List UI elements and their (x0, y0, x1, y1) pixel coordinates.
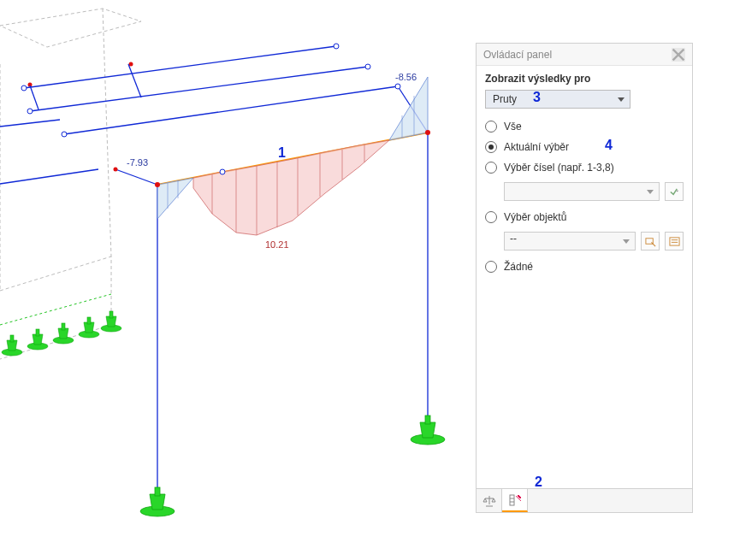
footer-tab-filter[interactable] (502, 489, 528, 512)
svg-line-13 (115, 169, 157, 185)
svg-rect-53 (110, 311, 113, 318)
control-panel: Ovládací panel Zobrazit výsledky pro Pru… (476, 43, 693, 513)
annotation-4: 4 (605, 138, 613, 153)
svg-line-8 (0, 169, 98, 184)
pick-icon (645, 236, 656, 247)
radio-numbers-label: Výběr čísel (např. 1-3,8) (504, 162, 614, 174)
svg-point-33 (334, 44, 339, 49)
radio-all-label: Vše (504, 121, 522, 133)
svg-rect-45 (10, 335, 14, 342)
radio-current-label: Aktuální výběr (504, 141, 569, 153)
svg-marker-23 (193, 140, 389, 235)
svg-marker-17 (157, 178, 193, 219)
svg-rect-47 (36, 329, 39, 336)
footer-spacer (528, 489, 692, 512)
svg-line-7 (64, 86, 398, 134)
svg-line-4 (24, 46, 336, 88)
svg-line-6 (0, 120, 60, 127)
numbers-input[interactable] (504, 182, 660, 201)
model-viewport[interactable]: -7.93 -8.56 10.21 1 (0, 0, 476, 560)
svg-point-32 (21, 85, 27, 91)
svg-point-39 (155, 182, 160, 187)
numbers-confirm-button[interactable] (665, 182, 684, 201)
svg-line-9 (128, 64, 141, 97)
svg-point-34 (27, 109, 33, 114)
svg-rect-51 (87, 317, 91, 324)
value-label-right-neg: -8.56 (395, 72, 417, 82)
value-label-mid-pos: 10.21 (265, 239, 289, 250)
svg-rect-49 (62, 323, 65, 330)
svg-point-36 (62, 132, 67, 137)
footer-tab-scales[interactable] (477, 489, 502, 512)
radio-icon (485, 211, 497, 223)
radio-icon (485, 121, 497, 133)
radio-icon (485, 141, 497, 153)
svg-line-5 (30, 67, 368, 111)
objects-input[interactable]: -- (504, 232, 636, 251)
radio-number-selection[interactable]: Výběr čísel (např. 1-3,8) (485, 162, 684, 174)
list-icon (669, 236, 680, 247)
close-icon (672, 48, 685, 62)
section-title: Zobrazit výsledky pro (485, 73, 684, 85)
balance-icon (482, 494, 496, 508)
panel-header: Ovládací panel (477, 44, 692, 66)
entity-select-value: Pruty (493, 93, 517, 105)
svg-rect-57 (425, 416, 430, 424)
panel-title: Ovládací panel (483, 49, 552, 61)
panel-close-button[interactable] (672, 48, 685, 62)
radio-none[interactable]: Žádné (485, 261, 684, 273)
panel-body: Zobrazit výsledky pro Pruty 3 Vše Aktuál… (477, 66, 692, 488)
pick-objects-button[interactable] (641, 232, 660, 251)
filter-results-icon (508, 493, 522, 507)
svg-point-35 (365, 64, 370, 69)
radio-icon (485, 162, 497, 174)
radio-icon (485, 261, 497, 273)
svg-rect-55 (155, 487, 160, 496)
radio-current-selection[interactable]: Aktuální výběr 4 (485, 141, 684, 153)
radio-all[interactable]: Vše (485, 121, 684, 133)
svg-line-1 (103, 9, 111, 256)
radio-object-selection[interactable]: Výběr objektů (485, 211, 684, 223)
svg-point-43 (114, 168, 118, 172)
svg-line-15 (0, 294, 111, 325)
panel-footer-tabs (477, 488, 692, 512)
svg-point-37 (395, 84, 400, 89)
check-dropdown-icon (669, 186, 680, 197)
svg-point-38 (220, 169, 225, 174)
entity-select[interactable]: Pruty (485, 90, 630, 109)
svg-rect-62 (510, 495, 514, 505)
value-label-left-neg: -7.93 (127, 157, 148, 168)
radio-objects-label: Výběr objektů (504, 211, 566, 223)
svg-point-40 (425, 130, 430, 135)
svg-rect-59 (669, 237, 678, 245)
object-list-button[interactable] (665, 232, 684, 251)
radio-none-label: Žádné (504, 261, 533, 273)
svg-line-10 (30, 85, 38, 109)
